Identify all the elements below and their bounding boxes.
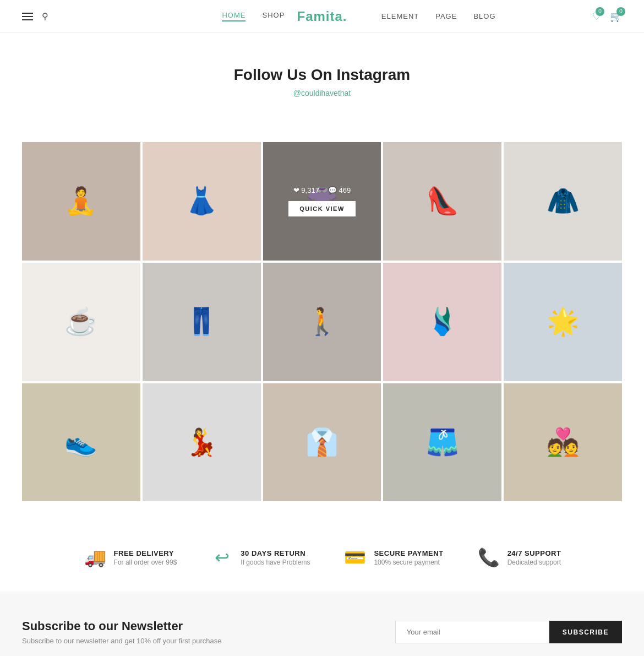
newsletter-text: Subscribe to our Newsletter Subscribe to… xyxy=(22,619,222,645)
feature-item-0: 🚚 FREE DELIVERY For all order over 99$ xyxy=(83,545,177,570)
grid-overlay-2: ❤ 9,317 💬 469 QUICK VIEW xyxy=(263,142,381,261)
instagram-grid-item-13[interactable]: 🩳 xyxy=(383,383,501,502)
email-input[interactable] xyxy=(395,621,549,643)
site-logo: Famita. xyxy=(297,9,347,24)
feature-title-2: SECURE PAYMENT xyxy=(374,549,443,557)
nav-page[interactable]: PAGE xyxy=(435,12,457,20)
instagram-grid-item-9[interactable]: 🌟 xyxy=(504,263,622,381)
instagram-grid-item-8[interactable]: 🩱 xyxy=(383,263,501,381)
newsletter-desc: Subscribe to our newsletter and get 10% … xyxy=(22,637,222,645)
quick-view-button[interactable]: QUICK VIEW xyxy=(288,201,356,216)
newsletter-form: SUBSCRIBE xyxy=(395,621,622,643)
newsletter-section: Subscribe to our Newsletter Subscribe to… xyxy=(0,592,644,656)
feature-desc-3: Dedicated support xyxy=(507,559,561,566)
search-icon[interactable]: ⚲ xyxy=(42,11,48,21)
instagram-grid-item-7[interactable]: 🚶 xyxy=(263,263,381,381)
instagram-grid-item-3[interactable]: 👠 xyxy=(383,142,501,261)
feature-text-3: 24/7 SUPPORT Dedicated support xyxy=(507,549,561,566)
main-nav: HOME SHOP xyxy=(222,11,285,21)
instagram-grid-item-1[interactable]: 👗 xyxy=(143,142,261,261)
hamburger-menu[interactable] xyxy=(22,13,33,20)
feature-title-0: FREE DELIVERY xyxy=(114,549,177,557)
delivery-icon: 🚚 xyxy=(83,545,107,570)
instagram-grid-item-4[interactable]: 🧥 xyxy=(504,142,622,261)
comments-count: 💬 469 xyxy=(328,186,351,194)
cart-icon[interactable]: 🛒 0 xyxy=(610,10,622,23)
feature-text-2: SECURE PAYMENT 100% secure payment xyxy=(374,549,443,566)
feature-title-1: 30 DAYS RETURN xyxy=(241,549,310,557)
likes-count: ❤ 9,317 xyxy=(293,186,319,194)
header-left: ⚲ xyxy=(22,11,48,21)
cart-badge: 0 xyxy=(616,7,625,16)
feature-text-1: 30 DAYS RETURN If goods have Problems xyxy=(241,549,310,566)
feature-text-0: FREE DELIVERY For all order over 99$ xyxy=(114,549,177,566)
header-right: ♡ 0 🛒 0 xyxy=(592,10,622,23)
instagram-title: Follow Us On Instagram xyxy=(22,66,622,84)
feature-desc-2: 100% secure payment xyxy=(374,559,443,566)
instagram-grid-item-12[interactable]: 👔 xyxy=(263,383,381,502)
instagram-grid: 🧘👗👚 ❤ 9,317 💬 469 QUICK VIEW👠🧥☕👖🚶🩱🌟👟💃👔🩳💑 xyxy=(22,142,622,501)
subscribe-button[interactable]: SUBSCRIBE xyxy=(549,621,622,643)
instagram-handle[interactable]: @couldihavethat xyxy=(293,89,351,97)
nav-shop[interactable]: SHOP xyxy=(262,11,285,21)
return-icon: ↩ xyxy=(210,545,234,570)
instagram-grid-item-5[interactable]: ☕ xyxy=(22,263,140,381)
instagram-grid-item-0[interactable]: 🧘 xyxy=(22,142,140,261)
nav-element[interactable]: ELEMENT xyxy=(381,12,419,20)
support-icon: 📞 xyxy=(477,545,501,570)
feature-title-3: 24/7 SUPPORT xyxy=(507,549,561,557)
newsletter-title: Subscribe to our Newsletter xyxy=(22,619,222,633)
instagram-grid-item-14[interactable]: 💑 xyxy=(504,383,622,502)
instagram-section: Follow Us On Instagram @couldihavethat xyxy=(0,33,644,120)
instagram-grid-item-6[interactable]: 👖 xyxy=(143,263,261,381)
feature-desc-0: For all order over 99$ xyxy=(114,559,177,566)
feature-item-3: 📞 24/7 SUPPORT Dedicated support xyxy=(477,545,561,570)
nav-home[interactable]: HOME xyxy=(222,11,245,21)
wishlist-icon[interactable]: ♡ 0 xyxy=(592,10,601,23)
main-nav-right: ELEMENT PAGE BLOG xyxy=(381,12,496,20)
nav-blog[interactable]: BLOG xyxy=(473,12,495,20)
feature-desc-1: If goods have Problems xyxy=(241,559,310,566)
header: ⚲ HOME SHOP Famita. ELEMENT PAGE BLOG ♡ … xyxy=(0,0,644,33)
features-bar: 🚚 FREE DELIVERY For all order over 99$ ↩… xyxy=(0,523,644,592)
instagram-grid-item-10[interactable]: 👟 xyxy=(22,383,140,502)
feature-item-1: ↩ 30 DAYS RETURN If goods have Problems xyxy=(210,545,310,570)
instagram-grid-item-11[interactable]: 💃 xyxy=(143,383,261,502)
feature-item-2: 💳 SECURE PAYMENT 100% secure payment xyxy=(343,545,443,570)
instagram-grid-item-2[interactable]: 👚 ❤ 9,317 💬 469 QUICK VIEW xyxy=(263,142,381,261)
payment-icon: 💳 xyxy=(343,545,367,570)
wishlist-badge: 0 xyxy=(596,7,604,16)
